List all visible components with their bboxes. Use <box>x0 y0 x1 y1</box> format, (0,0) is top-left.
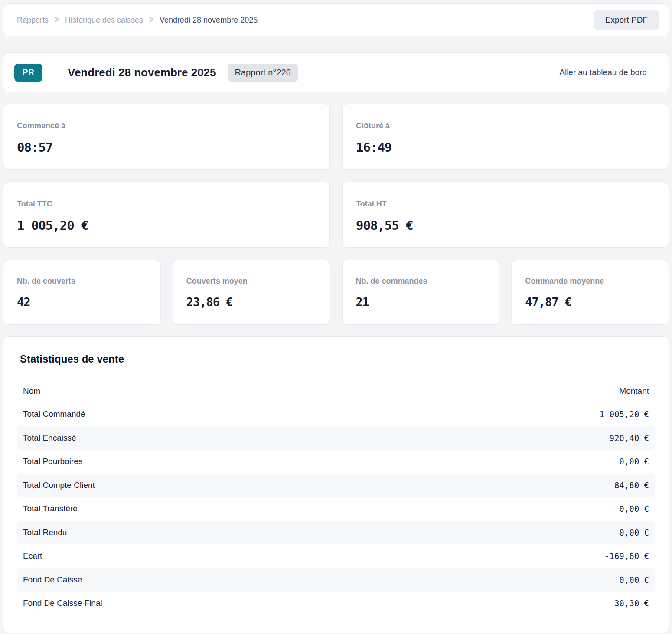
stat-value: 908,55 € <box>356 218 656 233</box>
row-amount: 1 005,20 € <box>600 409 649 419</box>
row-name: Total Encaissé <box>23 433 76 443</box>
row-name: Écart <box>23 551 42 561</box>
breadcrumb-item-historique[interactable]: Historique des caisses <box>65 16 143 25</box>
stat-label: Clôturé à <box>356 121 656 131</box>
breadcrumb: Rapports > Historique des caisses > Vend… <box>17 16 258 25</box>
column-header-nom: Nom <box>23 386 40 396</box>
stat-value: 42 <box>17 295 147 309</box>
stat-card-nb-couverts: Nb. de couverts 42 <box>3 260 161 325</box>
breadcrumb-item-current: Vendredi 28 novembre 2025 <box>160 16 258 25</box>
row-name: Fond De Caisse <box>23 575 82 585</box>
stat-value: 23,86 € <box>186 295 317 309</box>
column-header-montant: Montant <box>619 386 649 396</box>
chevron-right-icon: > <box>55 15 59 26</box>
stat-card-started-at: Commencé à 08:57 <box>3 104 330 170</box>
report-type-badge: PR <box>14 64 42 82</box>
stats-row-counts: Nb. de couverts 42 Couverts moyen 23,86 … <box>3 260 669 325</box>
page-title: Vendredi 28 novembre 2025 <box>68 66 216 79</box>
row-amount: 0,00 € <box>619 528 649 537</box>
row-amount: 0,00 € <box>619 457 649 466</box>
stat-card-closed-at: Clôturé à 16:49 <box>342 104 669 170</box>
stat-label: Nb. de couverts <box>17 277 147 286</box>
stat-value: 47,87 € <box>525 295 656 309</box>
stat-card-nb-commandes: Nb. de commandes 21 <box>342 260 500 325</box>
stat-value: 21 <box>356 295 486 309</box>
report-page: Rapports > Historique des caisses > Vend… <box>0 0 672 634</box>
row-amount: 0,00 € <box>619 504 649 513</box>
row-name: Total Commandé <box>23 409 85 419</box>
stat-label: Commande moyenne <box>525 277 656 286</box>
stat-card-commande-moyenne: Commande moyenne 47,87 € <box>511 260 669 325</box>
breadcrumb-item-rapports[interactable]: Rapports <box>17 16 49 25</box>
stat-card-couverts-moyen: Couverts moyen 23,86 € <box>173 260 330 325</box>
table-row: Total Rendu0,00 € <box>17 521 655 545</box>
table-row: Fond De Caisse Final30,30 € <box>17 592 655 615</box>
row-amount: 0,00 € <box>619 575 649 585</box>
row-name: Fond De Caisse Final <box>23 598 102 608</box>
stat-value: 08:57 <box>17 140 316 155</box>
table-row: Écart-169,60 € <box>17 544 655 568</box>
table-row: Total Commandé1 005,20 € <box>17 402 655 426</box>
table-row: Fond De Caisse0,00 € <box>17 568 655 592</box>
row-amount: -169,60 € <box>604 551 649 561</box>
row-amount: 920,40 € <box>609 433 649 443</box>
sales-statistics-card: Statistiques de vente Nom Montant Total … <box>3 336 669 633</box>
stat-label: Nb. de commandes <box>356 277 486 286</box>
sales-statistics-title: Statistiques de vente <box>20 353 655 365</box>
stat-card-total-ht: Total HT 908,55 € <box>342 182 669 248</box>
table-row: Total Encaissé920,40 € <box>17 426 655 450</box>
stat-label: Couverts moyen <box>186 277 317 286</box>
report-number-badge: Rapport n°226 <box>228 64 298 82</box>
table-row: Total Transféré0,00 € <box>17 497 655 521</box>
report-header-card: PR Vendredi 28 novembre 2025 Rapport n°2… <box>3 52 669 92</box>
row-name: Total Pourboires <box>23 457 82 466</box>
row-name: Total Transféré <box>23 504 78 513</box>
stat-label: Total HT <box>356 199 656 209</box>
stat-label: Total TTC <box>17 199 316 209</box>
chevron-right-icon: > <box>149 15 153 26</box>
row-name: Total Compte Client <box>23 480 95 490</box>
dashboard-link[interactable]: Aller au tableau de bord <box>559 68 647 77</box>
row-amount: 30,30 € <box>614 598 649 608</box>
top-bar: Rapports > Historique des caisses > Vend… <box>3 3 669 36</box>
table-row: Total Pourboires0,00 € <box>17 450 655 474</box>
row-amount: 84,80 € <box>614 480 649 490</box>
stats-row-times: Commencé à 08:57 Clôturé à 16:49 <box>3 104 669 170</box>
export-pdf-button[interactable]: Export PDF <box>594 10 659 30</box>
stat-label: Commencé à <box>17 121 316 131</box>
stat-value: 1 005,20 € <box>17 218 316 233</box>
table-row: Total Compte Client84,80 € <box>17 474 655 497</box>
sales-table-body: Total Commandé1 005,20 €Total Encaissé92… <box>17 402 655 615</box>
table-header-row: Nom Montant <box>17 380 655 402</box>
stats-row-totals: Total TTC 1 005,20 € Total HT 908,55 € <box>3 182 669 248</box>
row-name: Total Rendu <box>23 528 67 537</box>
stat-card-total-ttc: Total TTC 1 005,20 € <box>3 182 330 248</box>
stat-value: 16:49 <box>356 140 656 155</box>
